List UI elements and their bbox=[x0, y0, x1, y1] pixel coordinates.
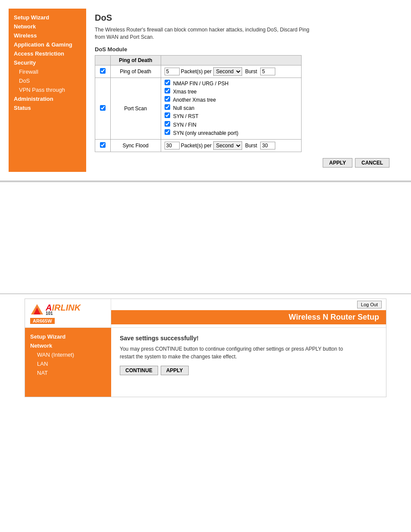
ps-checkbox-options: NMAP FIN / URG / PSH Xmas tree Another X… bbox=[165, 80, 298, 137]
apply-button[interactable]: APPLY bbox=[323, 158, 352, 168]
sidebar-item-dos[interactable]: DoS bbox=[9, 76, 86, 85]
col-settings bbox=[161, 55, 302, 65]
logo-irlink: IRLINK bbox=[52, 303, 81, 312]
dos-table: Ping of Death Ping of Death Packet(s) pe… bbox=[95, 55, 302, 152]
ps-opt-null[interactable]: Null scan bbox=[165, 104, 298, 112]
router-body: Setup Wizard Network WAN (Internet) LAN … bbox=[25, 328, 386, 397]
table-row: Sync Flood Packet(s) per Second Burst bbox=[95, 139, 302, 152]
bottom-section: AIRLINK 101 AR665W Log Out Wireless N Ro… bbox=[0, 299, 411, 397]
router-sidebar-lan[interactable]: LAN bbox=[25, 359, 111, 368]
continue-button[interactable]: CONTINUE bbox=[120, 366, 158, 375]
sidebar-item-app-gaming[interactable]: Application & Gaming bbox=[9, 40, 86, 49]
sf-burst-label: Burst bbox=[245, 143, 257, 149]
sidebar-item-status[interactable]: Status bbox=[9, 103, 86, 112]
success-desc: You may press CONTINUE button to continu… bbox=[120, 345, 344, 361]
header-right: Log Out Wireless N Router Setup bbox=[111, 299, 386, 327]
airlink-logo-text-group: AIRLINK 101 bbox=[46, 303, 81, 316]
top-section: Setup Wizard Network Wireless Applicatio… bbox=[0, 0, 411, 181]
sf-value-input[interactable] bbox=[165, 142, 180, 149]
router-sidebar: Setup Wizard Network WAN (Internet) LAN … bbox=[25, 328, 111, 397]
ps-label: Port Scan bbox=[110, 78, 161, 139]
sidebar-item-vpn-pass[interactable]: VPN Pass through bbox=[9, 85, 86, 94]
sidebar-item-access-restriction[interactable]: Access Restriction bbox=[9, 49, 86, 58]
pod-burst-label: Burst bbox=[245, 68, 257, 75]
router-sidebar-wan[interactable]: WAN (Internet) bbox=[25, 350, 111, 359]
sf-settings: Packet(s) per Second Burst bbox=[161, 139, 302, 152]
router-apply-button[interactable]: APPLY bbox=[161, 366, 189, 375]
sidebar-item-administration[interactable]: Administration bbox=[9, 94, 86, 103]
router-main: Save settings successfully! You may pres… bbox=[111, 328, 386, 397]
col-feature: Ping of Death bbox=[110, 55, 161, 65]
ps-opt-syn-fin[interactable]: SYN / FIN bbox=[165, 121, 298, 129]
sf-checkbox[interactable] bbox=[100, 142, 106, 148]
pod-second-select[interactable]: Second bbox=[213, 67, 242, 76]
sidebar-item-network[interactable]: Network bbox=[9, 22, 86, 31]
pod-burst-input[interactable] bbox=[260, 68, 275, 75]
ps-opt-another-xmas[interactable]: Another Xmas tree bbox=[165, 96, 298, 104]
top-sidebar: Setup Wizard Network Wireless Applicatio… bbox=[9, 9, 86, 172]
pod-settings: Packet(s) per Second Burst bbox=[161, 65, 302, 78]
sf-packet-label: Packet(s) per bbox=[181, 143, 212, 149]
ps-opt-syn-unreachable[interactable]: SYN (only unreachable port) bbox=[165, 129, 298, 137]
page-description: The Wireless Router's firewall can block… bbox=[95, 26, 319, 41]
airlink-logo: AIRLINK 101 bbox=[30, 302, 81, 316]
top-main-content: DoS The Wireless Router's firewall can b… bbox=[86, 9, 402, 172]
ps-opt-syn-rst[interactable]: SYN / RST bbox=[165, 112, 298, 121]
router-title-bar: Wireless N Router Setup bbox=[111, 310, 386, 324]
pod-value-input[interactable] bbox=[165, 68, 180, 75]
pod-packet-label: Packet(s) per bbox=[181, 68, 212, 75]
router-header: AIRLINK 101 AR665W Log Out Wireless N Ro… bbox=[25, 299, 386, 328]
router-sidebar-setup-wizard[interactable]: Setup Wizard bbox=[25, 332, 111, 341]
sidebar-item-firewall[interactable]: Firewall bbox=[9, 67, 86, 76]
cancel-button[interactable]: CANCEL bbox=[355, 158, 389, 168]
empty-section bbox=[0, 182, 411, 294]
ps-options: NMAP FIN / URG / PSH Xmas tree Another X… bbox=[161, 78, 302, 139]
sidebar-item-wireless[interactable]: Wireless bbox=[9, 31, 86, 40]
pod-checkbox[interactable] bbox=[100, 68, 106, 74]
table-row: Port Scan NMAP FIN / URG / PSH Xmas tree… bbox=[95, 78, 302, 139]
pod-checkbox-cell bbox=[95, 65, 111, 78]
sf-label: Sync Flood bbox=[110, 139, 161, 152]
col-checkbox bbox=[95, 55, 111, 65]
ps-checkbox[interactable] bbox=[100, 105, 106, 111]
top-button-row: APPLY CANCEL bbox=[95, 158, 394, 168]
sidebar-item-security[interactable]: Security bbox=[9, 58, 86, 67]
table-row: Ping of Death Packet(s) per Second Burst bbox=[95, 65, 302, 78]
ps-opt-nmap[interactable]: NMAP FIN / URG / PSH bbox=[165, 80, 298, 88]
sidebar-item-setup-wizard[interactable]: Setup Wizard bbox=[9, 13, 86, 22]
ps-checkbox-cell bbox=[95, 78, 111, 139]
page-title: DoS bbox=[95, 13, 394, 23]
model-badge: AR665W bbox=[30, 318, 55, 324]
sf-checkbox-cell bbox=[95, 139, 111, 152]
logout-button[interactable]: Log Out bbox=[357, 301, 382, 308]
module-title: DoS Module bbox=[95, 46, 394, 53]
router-btn-row: CONTINUE APPLY bbox=[120, 366, 377, 375]
ps-opt-xmas[interactable]: Xmas tree bbox=[165, 88, 298, 96]
sf-burst-input[interactable] bbox=[260, 142, 275, 149]
airlink-logo-icon bbox=[30, 302, 44, 316]
sf-second-select[interactable]: Second bbox=[213, 141, 242, 150]
pod-label: Ping of Death bbox=[110, 65, 161, 78]
router-frame: AIRLINK 101 AR665W Log Out Wireless N Ro… bbox=[25, 299, 386, 397]
router-sidebar-nat[interactable]: NAT bbox=[25, 368, 111, 377]
logout-bar: Log Out bbox=[353, 299, 386, 310]
router-sidebar-network[interactable]: Network bbox=[25, 341, 111, 350]
success-title: Save settings successfully! bbox=[120, 335, 377, 342]
page-wrapper: Setup Wizard Network Wireless Applicatio… bbox=[0, 0, 411, 532]
logo-area: AIRLINK 101 AR665W bbox=[25, 299, 111, 327]
